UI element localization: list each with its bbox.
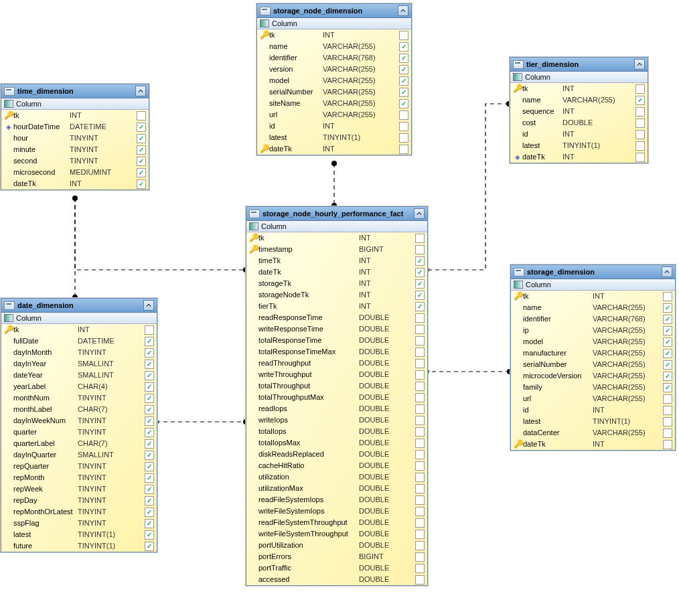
column-row[interactable]: utilizationDOUBLE [246,471,427,483]
collapse-button[interactable] [398,5,408,16]
collapse-button[interactable] [135,86,146,96]
column-checkbox[interactable] [663,429,672,438]
column-checkbox[interactable] [415,313,425,323]
column-checkbox[interactable] [415,530,425,539]
column-row[interactable]: serialNumberVARCHAR(255) [511,359,675,370]
column-checkbox[interactable] [145,416,154,426]
column-checkbox[interactable] [145,496,154,506]
column-row[interactable]: dayInMonthTINYINT [1,347,157,358]
table-header[interactable]: date_dimension [1,299,157,313]
column-row[interactable]: fullDateDATETIME [1,335,157,347]
column-row[interactable]: minuteTINYINT [1,144,149,155]
column-row[interactable]: dayInWeekNumTINYINT [1,415,157,427]
column-checkbox[interactable] [415,268,425,277]
column-row[interactable]: 🔑tkINT [1,110,149,121]
column-row[interactable]: monthNumTINYINT [1,392,157,404]
column-row[interactable]: utilizationMaxDOUBLE [246,483,427,494]
column-checkbox[interactable] [399,99,408,108]
column-checkbox[interactable] [137,179,146,189]
column-row[interactable]: modelVARCHAR(255) [511,336,675,348]
column-checkbox[interactable] [399,88,408,97]
column-checkbox[interactable] [145,485,154,494]
column-checkbox[interactable] [663,406,672,415]
column-row[interactable]: repMonthTINYINT [1,472,157,483]
column-checkbox[interactable] [635,153,645,162]
column-checkbox[interactable] [415,279,425,289]
column-checkbox[interactable] [635,107,645,117]
column-row[interactable]: storageTkINT [246,278,427,289]
column-row[interactable]: quarterLabelCHAR(7) [1,438,157,449]
column-checkbox[interactable] [663,372,672,381]
column-row[interactable]: repWeekTINYINT [1,483,157,495]
column-row[interactable]: monthLabelCHAR(7) [1,404,157,415]
column-row[interactable]: costDOUBLE [510,117,648,129]
column-row[interactable]: readFileSystemIopsDOUBLE [246,494,427,506]
column-checkbox[interactable] [415,427,425,437]
column-row[interactable]: serialNumberVARCHAR(255) [257,86,411,98]
column-checkbox[interactable] [145,542,154,551]
column-row[interactable]: siteNameVARCHAR(255) [257,98,411,109]
column-checkbox[interactable] [145,348,154,358]
column-checkbox[interactable] [145,382,154,392]
column-checkbox[interactable] [145,473,154,483]
column-checkbox[interactable] [663,326,672,335]
column-checkbox[interactable] [145,439,154,449]
column-row[interactable]: urlVARCHAR(255) [257,109,411,121]
column-row[interactable]: totalResponseTimeMaxDOUBLE [246,346,427,358]
column-row[interactable]: hourTINYINT [1,133,149,144]
column-row[interactable]: latestTINYINT(1) [257,132,411,143]
column-row[interactable]: dataCenterVARCHAR(255) [511,427,675,439]
column-row[interactable]: idINT [257,121,411,132]
column-row[interactable]: readThroughputDOUBLE [246,358,427,369]
column-row[interactable]: writeResponseTimeDOUBLE [246,323,427,335]
column-checkbox[interactable] [399,110,408,120]
column-checkbox[interactable] [415,393,425,402]
column-row[interactable]: manufacturerVARCHAR(255) [511,348,675,359]
column-row[interactable]: writeFileSystemThroughputDOUBLE [246,528,427,540]
column-row[interactable]: repQuarterTINYINT [1,461,157,472]
column-row[interactable]: 🔑dateTkINT [511,439,675,450]
column-row[interactable]: idINT [511,404,675,416]
column-row[interactable]: latestTINYINT(1) [1,529,157,540]
table-header[interactable]: time_dimension [1,84,149,98]
column-row[interactable]: writeIopsDOUBLE [246,414,427,426]
column-checkbox[interactable] [145,337,154,346]
column-row[interactable]: portErrorsBIGINT [246,551,427,562]
column-checkbox[interactable] [415,370,425,380]
column-row[interactable]: quarterTINYINT [1,427,157,438]
column-checkbox[interactable] [415,359,425,368]
column-checkbox[interactable] [137,134,146,143]
column-checkbox[interactable] [415,541,425,550]
column-checkbox[interactable] [415,564,425,573]
column-checkbox[interactable] [415,302,425,311]
column-row[interactable]: ◈dateTkINT [510,151,648,163]
column-checkbox[interactable] [415,473,425,482]
column-checkbox[interactable] [145,325,154,335]
column-checkbox[interactable] [415,234,425,243]
column-checkbox[interactable] [399,65,408,74]
column-row[interactable]: identifierVARCHAR(768) [511,313,675,325]
column-checkbox[interactable] [635,130,645,139]
column-checkbox[interactable] [415,348,425,357]
column-checkbox[interactable] [399,54,408,63]
column-row[interactable]: totalResponseTimeDOUBLE [246,335,427,346]
column-checkbox[interactable] [415,382,425,391]
column-checkbox[interactable] [415,404,425,414]
collapse-button[interactable] [634,59,645,70]
column-row[interactable]: dateTkINT [1,178,149,189]
column-row[interactable]: writeThroughputDOUBLE [246,369,427,380]
column-row[interactable]: latestTINYINT(1) [510,140,648,151]
column-row[interactable]: urlVARCHAR(255) [511,393,675,404]
column-checkbox[interactable] [415,575,425,585]
column-row[interactable]: timeTkINT [246,255,427,266]
column-row[interactable]: totalThroughputDOUBLE [246,380,427,392]
column-checkbox[interactable] [145,530,154,540]
column-row[interactable]: 🔑tkINT [257,29,411,41]
column-row[interactable]: portTrafficDOUBLE [246,562,427,574]
column-row[interactable]: futureTINYINT(1) [1,540,157,552]
column-checkbox[interactable] [635,119,645,128]
column-checkbox[interactable] [145,405,154,414]
column-checkbox[interactable] [663,360,672,370]
column-row[interactable]: dateYearSMALLINT [1,370,157,381]
column-row[interactable]: sequenceINT [510,106,648,117]
